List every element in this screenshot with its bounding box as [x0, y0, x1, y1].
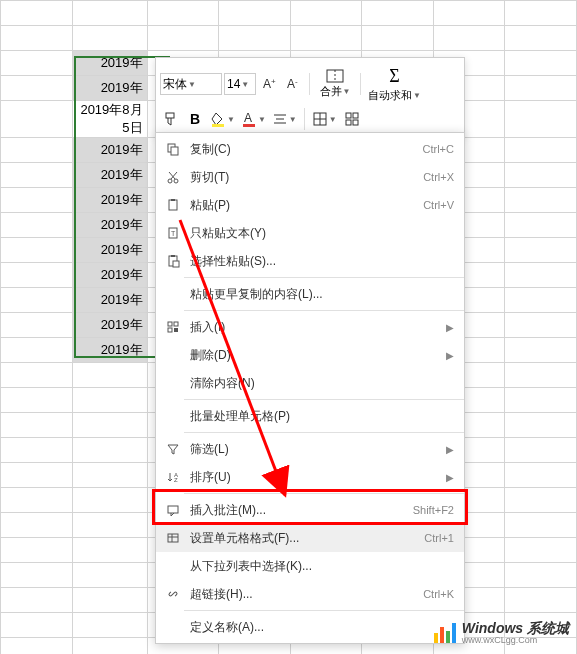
cell[interactable] [505, 313, 577, 338]
cell[interactable] [1, 288, 73, 313]
cell[interactable] [72, 563, 147, 588]
cell[interactable] [1, 463, 73, 488]
cell[interactable] [505, 588, 577, 613]
cell[interactable] [1, 363, 73, 388]
cell[interactable] [505, 538, 577, 563]
cell[interactable] [505, 101, 577, 138]
cell[interactable] [505, 363, 577, 388]
cell[interactable] [505, 1, 577, 26]
cell[interactable] [1, 413, 73, 438]
cell[interactable] [1, 76, 73, 101]
cell[interactable]: 2019年 [72, 288, 147, 313]
cell[interactable] [1, 26, 73, 51]
cell[interactable] [1, 238, 73, 263]
cell[interactable] [219, 26, 291, 51]
cell[interactable] [505, 288, 577, 313]
cell[interactable]: 2019年 [72, 338, 147, 363]
cell[interactable] [505, 238, 577, 263]
cell[interactable] [72, 1, 147, 26]
cell[interactable] [505, 388, 577, 413]
cell[interactable]: 2019年 [72, 263, 147, 288]
cell[interactable] [72, 513, 147, 538]
menu-paste-text[interactable]: T 只粘贴文本(Y) [156, 219, 464, 247]
cell[interactable] [219, 1, 291, 26]
menu-paste[interactable]: 粘贴(P) Ctrl+V [156, 191, 464, 219]
cell[interactable]: 2019年 [72, 138, 147, 163]
cell[interactable] [72, 438, 147, 463]
cell[interactable] [1, 588, 73, 613]
increase-font-icon[interactable]: A+ [258, 73, 280, 95]
cell[interactable] [1, 313, 73, 338]
menu-hyperlink[interactable]: 超链接(H)... Ctrl+K [156, 580, 464, 608]
cell[interactable]: 2019年 [72, 51, 147, 76]
cell[interactable] [72, 463, 147, 488]
cell[interactable]: 2019年 [72, 188, 147, 213]
cell[interactable] [505, 213, 577, 238]
cell[interactable]: 2019年 [72, 213, 147, 238]
cell[interactable] [1, 513, 73, 538]
cell[interactable] [505, 513, 577, 538]
cell[interactable] [72, 638, 147, 655]
menu-sort[interactable]: AZ 排序(U) ▶ [156, 463, 464, 491]
cell[interactable] [1, 101, 73, 138]
menu-insert[interactable]: 插入(I) ▶ [156, 313, 464, 341]
cell[interactable] [505, 563, 577, 588]
cell[interactable] [1, 563, 73, 588]
cell[interactable] [433, 1, 505, 26]
cell[interactable] [72, 538, 147, 563]
menu-paste-special[interactable]: 选择性粘贴(S)... [156, 247, 464, 275]
cell[interactable] [505, 163, 577, 188]
cell[interactable] [1, 538, 73, 563]
cell[interactable] [1, 188, 73, 213]
cell[interactable] [505, 263, 577, 288]
bold-icon[interactable]: B [184, 108, 206, 130]
menu-copy[interactable]: 复制(C) Ctrl+C [156, 135, 464, 163]
cell[interactable] [362, 1, 434, 26]
cell[interactable] [1, 51, 73, 76]
cell[interactable] [1, 1, 73, 26]
cell[interactable] [72, 363, 147, 388]
cell[interactable]: 2019年 [72, 313, 147, 338]
cell[interactable]: 2019年 [72, 76, 147, 101]
cell[interactable] [505, 138, 577, 163]
cell[interactable] [1, 638, 73, 655]
cell[interactable] [147, 1, 219, 26]
cell[interactable] [72, 488, 147, 513]
cell[interactable] [1, 613, 73, 638]
cell[interactable] [1, 213, 73, 238]
cell[interactable] [72, 26, 147, 51]
menu-paste-recent[interactable]: 粘贴更早复制的内容(L)... [156, 280, 464, 308]
cell[interactable] [505, 438, 577, 463]
cell[interactable] [1, 438, 73, 463]
cell[interactable] [1, 388, 73, 413]
menu-format-cells[interactable]: 设置单元格格式(F)... Ctrl+1 [156, 524, 464, 552]
cell[interactable] [505, 338, 577, 363]
fill-color-icon[interactable]: ▼ [208, 108, 237, 130]
menu-batch[interactable]: 批量处理单元格(P) [156, 402, 464, 430]
decrease-font-icon[interactable]: A- [282, 73, 304, 95]
cell[interactable] [505, 76, 577, 101]
cell[interactable]: 2019年 [72, 238, 147, 263]
cell[interactable] [1, 163, 73, 188]
autosum-button[interactable]: Σ 自动求和▼ [366, 64, 423, 104]
cell[interactable] [1, 138, 73, 163]
insert-cells-icon[interactable] [341, 108, 363, 130]
cell[interactable]: 2019年8月5日 [72, 101, 147, 138]
cell[interactable] [72, 413, 147, 438]
cell[interactable] [505, 463, 577, 488]
cell[interactable] [72, 613, 147, 638]
menu-define-name[interactable]: 定义名称(A)... [156, 613, 464, 641]
merge-button[interactable]: 合并▼ [315, 64, 355, 104]
menu-dropdown-list[interactable]: 从下拉列表中选择(K)... [156, 552, 464, 580]
menu-filter[interactable]: 筛选(L) ▶ [156, 435, 464, 463]
cell[interactable] [72, 588, 147, 613]
cell[interactable] [362, 26, 434, 51]
cell[interactable] [505, 188, 577, 213]
cell[interactable] [505, 51, 577, 76]
font-color-icon[interactable]: A▼ [239, 108, 268, 130]
cell[interactable] [433, 26, 505, 51]
menu-delete[interactable]: 删除(D) ▶ [156, 341, 464, 369]
cell[interactable] [72, 388, 147, 413]
cell[interactable]: 2019年 [72, 163, 147, 188]
cell[interactable] [147, 26, 219, 51]
